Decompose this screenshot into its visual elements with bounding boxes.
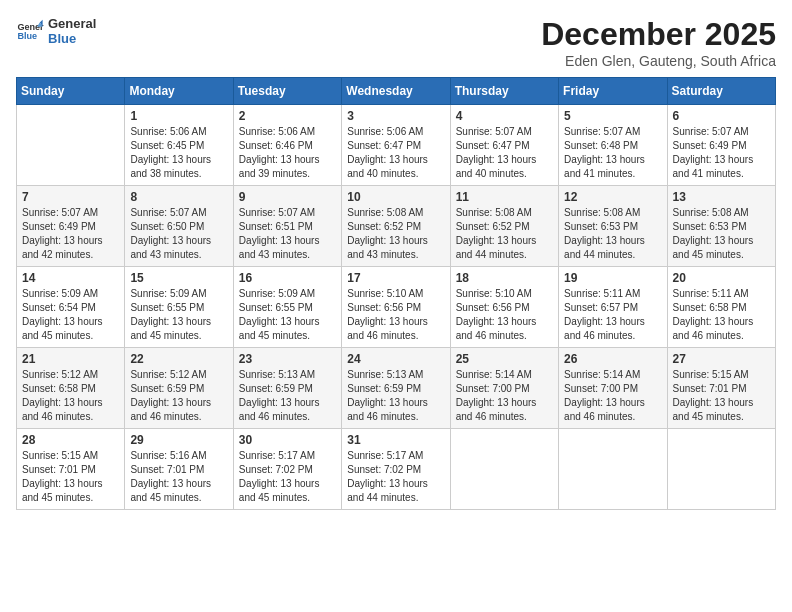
calendar-cell: 17Sunrise: 5:10 AMSunset: 6:56 PMDayligh… (342, 267, 450, 348)
day-info: Sunrise: 5:10 AMSunset: 6:56 PMDaylight:… (347, 287, 444, 343)
location-subtitle: Eden Glen, Gauteng, South Africa (541, 53, 776, 69)
logo-text-line1: General (48, 16, 96, 31)
calendar-cell (667, 429, 775, 510)
day-info: Sunrise: 5:17 AMSunset: 7:02 PMDaylight:… (347, 449, 444, 505)
day-info: Sunrise: 5:06 AMSunset: 6:45 PMDaylight:… (130, 125, 227, 181)
calendar-cell: 22Sunrise: 5:12 AMSunset: 6:59 PMDayligh… (125, 348, 233, 429)
calendar-cell: 26Sunrise: 5:14 AMSunset: 7:00 PMDayligh… (559, 348, 667, 429)
calendar-cell: 8Sunrise: 5:07 AMSunset: 6:50 PMDaylight… (125, 186, 233, 267)
day-info: Sunrise: 5:12 AMSunset: 6:58 PMDaylight:… (22, 368, 119, 424)
calendar-cell: 9Sunrise: 5:07 AMSunset: 6:51 PMDaylight… (233, 186, 341, 267)
day-number: 22 (130, 352, 227, 366)
day-number: 16 (239, 271, 336, 285)
header-friday: Friday (559, 78, 667, 105)
header-sunday: Sunday (17, 78, 125, 105)
day-info: Sunrise: 5:09 AMSunset: 6:55 PMDaylight:… (130, 287, 227, 343)
day-number: 9 (239, 190, 336, 204)
day-number: 27 (673, 352, 770, 366)
calendar-cell: 6Sunrise: 5:07 AMSunset: 6:49 PMDaylight… (667, 105, 775, 186)
month-title: December 2025 (541, 16, 776, 53)
day-info: Sunrise: 5:07 AMSunset: 6:51 PMDaylight:… (239, 206, 336, 262)
calendar-cell: 25Sunrise: 5:14 AMSunset: 7:00 PMDayligh… (450, 348, 558, 429)
day-info: Sunrise: 5:07 AMSunset: 6:49 PMDaylight:… (22, 206, 119, 262)
day-info: Sunrise: 5:06 AMSunset: 6:46 PMDaylight:… (239, 125, 336, 181)
day-number: 30 (239, 433, 336, 447)
day-number: 6 (673, 109, 770, 123)
calendar-cell: 27Sunrise: 5:15 AMSunset: 7:01 PMDayligh… (667, 348, 775, 429)
day-info: Sunrise: 5:10 AMSunset: 6:56 PMDaylight:… (456, 287, 553, 343)
calendar-cell: 24Sunrise: 5:13 AMSunset: 6:59 PMDayligh… (342, 348, 450, 429)
calendar-cell: 14Sunrise: 5:09 AMSunset: 6:54 PMDayligh… (17, 267, 125, 348)
logo-icon: General Blue (16, 17, 44, 45)
calendar-cell: 15Sunrise: 5:09 AMSunset: 6:55 PMDayligh… (125, 267, 233, 348)
day-number: 4 (456, 109, 553, 123)
calendar-week-5: 28Sunrise: 5:15 AMSunset: 7:01 PMDayligh… (17, 429, 776, 510)
logo-text-line2: Blue (48, 31, 96, 46)
day-info: Sunrise: 5:12 AMSunset: 6:59 PMDaylight:… (130, 368, 227, 424)
day-info: Sunrise: 5:11 AMSunset: 6:58 PMDaylight:… (673, 287, 770, 343)
calendar-week-2: 7Sunrise: 5:07 AMSunset: 6:49 PMDaylight… (17, 186, 776, 267)
day-number: 19 (564, 271, 661, 285)
calendar-cell: 7Sunrise: 5:07 AMSunset: 6:49 PMDaylight… (17, 186, 125, 267)
calendar-cell: 5Sunrise: 5:07 AMSunset: 6:48 PMDaylight… (559, 105, 667, 186)
calendar-cell: 23Sunrise: 5:13 AMSunset: 6:59 PMDayligh… (233, 348, 341, 429)
calendar-table: SundayMondayTuesdayWednesdayThursdayFrid… (16, 77, 776, 510)
calendar-cell: 2Sunrise: 5:06 AMSunset: 6:46 PMDaylight… (233, 105, 341, 186)
day-info: Sunrise: 5:13 AMSunset: 6:59 PMDaylight:… (239, 368, 336, 424)
day-info: Sunrise: 5:08 AMSunset: 6:53 PMDaylight:… (673, 206, 770, 262)
svg-text:Blue: Blue (17, 31, 37, 41)
day-info: Sunrise: 5:14 AMSunset: 7:00 PMDaylight:… (456, 368, 553, 424)
calendar-cell: 18Sunrise: 5:10 AMSunset: 6:56 PMDayligh… (450, 267, 558, 348)
day-number: 28 (22, 433, 119, 447)
day-number: 17 (347, 271, 444, 285)
day-number: 20 (673, 271, 770, 285)
day-number: 7 (22, 190, 119, 204)
day-number: 23 (239, 352, 336, 366)
day-info: Sunrise: 5:14 AMSunset: 7:00 PMDaylight:… (564, 368, 661, 424)
calendar-cell: 31Sunrise: 5:17 AMSunset: 7:02 PMDayligh… (342, 429, 450, 510)
calendar-cell (559, 429, 667, 510)
calendar-cell: 13Sunrise: 5:08 AMSunset: 6:53 PMDayligh… (667, 186, 775, 267)
header-tuesday: Tuesday (233, 78, 341, 105)
day-number: 10 (347, 190, 444, 204)
day-info: Sunrise: 5:08 AMSunset: 6:52 PMDaylight:… (456, 206, 553, 262)
calendar-cell: 1Sunrise: 5:06 AMSunset: 6:45 PMDaylight… (125, 105, 233, 186)
calendar-cell: 29Sunrise: 5:16 AMSunset: 7:01 PMDayligh… (125, 429, 233, 510)
calendar-cell: 10Sunrise: 5:08 AMSunset: 6:52 PMDayligh… (342, 186, 450, 267)
day-number: 18 (456, 271, 553, 285)
day-info: Sunrise: 5:07 AMSunset: 6:48 PMDaylight:… (564, 125, 661, 181)
day-number: 1 (130, 109, 227, 123)
calendar-cell: 21Sunrise: 5:12 AMSunset: 6:58 PMDayligh… (17, 348, 125, 429)
header-wednesday: Wednesday (342, 78, 450, 105)
day-number: 12 (564, 190, 661, 204)
header-monday: Monday (125, 78, 233, 105)
day-info: Sunrise: 5:07 AMSunset: 6:49 PMDaylight:… (673, 125, 770, 181)
calendar-week-4: 21Sunrise: 5:12 AMSunset: 6:58 PMDayligh… (17, 348, 776, 429)
day-number: 15 (130, 271, 227, 285)
day-info: Sunrise: 5:09 AMSunset: 6:55 PMDaylight:… (239, 287, 336, 343)
calendar-cell: 19Sunrise: 5:11 AMSunset: 6:57 PMDayligh… (559, 267, 667, 348)
calendar-week-1: 1Sunrise: 5:06 AMSunset: 6:45 PMDaylight… (17, 105, 776, 186)
day-number: 26 (564, 352, 661, 366)
page-header: General Blue General Blue December 2025 … (16, 16, 776, 69)
day-info: Sunrise: 5:08 AMSunset: 6:52 PMDaylight:… (347, 206, 444, 262)
day-number: 5 (564, 109, 661, 123)
day-number: 14 (22, 271, 119, 285)
calendar-cell: 28Sunrise: 5:15 AMSunset: 7:01 PMDayligh… (17, 429, 125, 510)
calendar-cell (450, 429, 558, 510)
title-area: December 2025 Eden Glen, Gauteng, South … (541, 16, 776, 69)
calendar-cell: 3Sunrise: 5:06 AMSunset: 6:47 PMDaylight… (342, 105, 450, 186)
day-number: 21 (22, 352, 119, 366)
calendar-cell (17, 105, 125, 186)
header-saturday: Saturday (667, 78, 775, 105)
day-info: Sunrise: 5:15 AMSunset: 7:01 PMDaylight:… (673, 368, 770, 424)
day-info: Sunrise: 5:17 AMSunset: 7:02 PMDaylight:… (239, 449, 336, 505)
day-info: Sunrise: 5:09 AMSunset: 6:54 PMDaylight:… (22, 287, 119, 343)
day-number: 31 (347, 433, 444, 447)
day-number: 2 (239, 109, 336, 123)
day-number: 24 (347, 352, 444, 366)
logo: General Blue General Blue (16, 16, 96, 46)
day-number: 3 (347, 109, 444, 123)
day-number: 13 (673, 190, 770, 204)
calendar-week-3: 14Sunrise: 5:09 AMSunset: 6:54 PMDayligh… (17, 267, 776, 348)
